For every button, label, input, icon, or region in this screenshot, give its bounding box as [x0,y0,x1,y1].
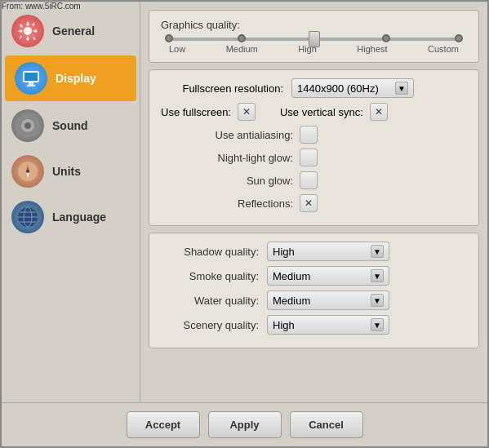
scenery-quality-value: High [273,319,295,331]
scenery-quality-arrow: ▼ [371,318,384,331]
fullscreen-resolution-row: Fullscreen resolution: 1440x900 (60Hz) ▼ [161,78,467,98]
speaker-icon [11,109,44,142]
shadow-quality-label: Shadow quality: [161,246,267,258]
svg-point-0 [24,27,32,35]
reflections-checkbox[interactable] [300,194,318,212]
water-quality-row: Water quality: Medium ▼ [161,291,467,310]
display-settings-panel: Fullscreen resolution: 1440x900 (60Hz) ▼… [149,69,479,226]
use-fullscreen-label: Use fullscreen: [161,106,231,118]
gear-icon [11,15,44,47]
label-medium: Medium [226,44,258,54]
fullscreen-resolution-value: 1440x900 (60Hz) [297,82,379,95]
sidebar-units-label: Units [52,165,81,178]
water-quality-arrow: ▼ [371,294,384,307]
sidebar-item-sound[interactable]: Sound [2,103,140,149]
apply-button[interactable]: Apply [208,411,282,438]
svg-point-7 [24,122,31,129]
main-content: Graphics quality: Low Medium [140,2,487,402]
scenery-quality-select[interactable]: High ▼ [267,315,389,335]
slider-dot-highest [382,34,390,42]
shadow-quality-value: High [273,246,295,258]
use-vertical-sync-checkbox[interactable] [370,103,388,121]
svg-rect-2 [24,73,38,81]
svg-rect-4 [27,85,35,86]
use-vertical-sync-label: Use vertical sync: [280,106,363,118]
sun-glow-label: Sun glow: [161,175,300,187]
water-quality-select[interactable]: Medium ▼ [267,291,389,310]
use-fullscreen-pair: Use fullscreen: [161,103,256,121]
sidebar: General Display [2,2,140,402]
night-light-checkbox[interactable] [300,149,318,166]
compass-icon [11,155,44,188]
sidebar-general-label: General [52,24,95,38]
slider-dot-low [165,34,173,42]
water-quality-value: Medium [273,295,310,307]
smoke-quality-label: Smoke quality: [161,270,267,282]
smoke-quality-select[interactable]: Medium ▼ [267,266,389,286]
sidebar-item-language[interactable]: Language [2,194,140,240]
smoke-quality-arrow: ▼ [371,269,384,282]
water-quality-label: Water quality: [161,295,267,307]
use-vertical-sync-pair: Use vertical sync: [280,103,388,121]
accept-button[interactable]: Accept [127,411,200,438]
shadow-quality-row: Shadow quality: High ▼ [161,242,467,261]
graphics-quality-panel: Graphics quality: Low Medium [149,10,479,63]
slider-dot-custom [455,34,463,42]
shadow-quality-arrow: ▼ [371,245,384,258]
sidebar-display-label: Display [56,72,96,85]
svg-rect-3 [29,82,33,85]
reflections-label: Reflections: [161,197,300,210]
label-custom: Custom [428,44,459,54]
fullscreen-resolution-select-wrapper: 1440x900 (60Hz) ▼ [291,78,414,98]
use-fullscreen-checkbox[interactable] [238,103,256,121]
graphics-slider-container: Low Medium High Highest Custom [169,38,459,54]
reflections-row: Reflections: [161,194,467,212]
quality-settings-panel: Shadow quality: High ▼ Smoke quality: Me… [149,233,479,348]
fullscreen-resolution-select[interactable]: 1440x900 (60Hz) ▼ [291,78,414,98]
watermark: From: www.5iRC.com [2,2,81,11]
monitor-icon [15,62,47,95]
sidebar-item-general[interactable]: General [2,8,140,54]
fullscreen-resolution-arrow: ▼ [395,82,408,95]
label-low: Low [169,44,185,54]
cancel-button[interactable]: Cancel [290,411,363,438]
sidebar-language-label: Language [52,211,106,224]
sidebar-item-units[interactable]: Units [2,149,140,194]
slider-dot-medium [238,34,246,42]
fullscreen-resolution-label: Fullscreen resolution: [161,82,291,95]
night-light-label: Night-light glow: [161,152,300,164]
antialiasing-checkbox[interactable] [300,126,318,144]
sun-glow-row: Sun glow: [161,171,467,189]
smoke-quality-row: Smoke quality: Medium ▼ [161,266,467,286]
scenery-quality-row: Scenery quality: High ▼ [161,315,467,335]
sidebar-sound-label: Sound [52,119,88,132]
night-light-row: Night-light glow: [161,149,467,166]
antialiasing-row: Use antialiasing: [161,126,467,144]
shadow-quality-select[interactable]: High ▼ [267,242,389,261]
svg-point-11 [26,170,29,173]
dialog-footer: Accept Apply Cancel [2,402,487,446]
smoke-quality-value: Medium [273,270,310,282]
sidebar-item-display[interactable]: Display [5,55,136,101]
scenery-quality-label: Scenery quality: [161,319,267,331]
sun-glow-checkbox[interactable] [300,171,318,189]
graphics-slider-track[interactable] [169,38,459,41]
fullscreen-sync-row: Use fullscreen: Use vertical sync: [161,103,467,121]
globe-icon [11,201,44,233]
graphics-slider-thumb[interactable] [309,31,320,47]
label-highest: Highest [357,44,387,54]
antialiasing-label: Use antialiasing: [161,129,300,141]
graphics-quality-title: Graphics quality: [161,19,467,31]
